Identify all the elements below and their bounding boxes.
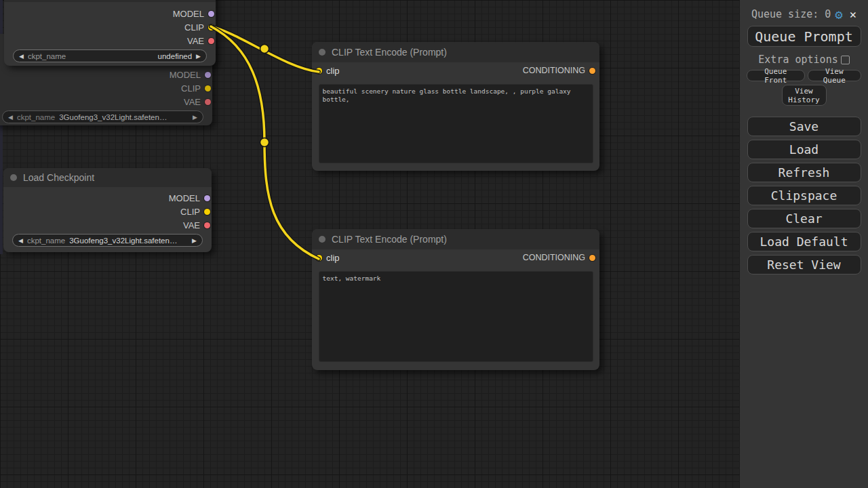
node-titlebar[interactable]: CLIP Text Encode (Prompt) [312,229,599,249]
node-titlebar[interactable]: CLIP Text Encode (Prompt) [312,42,599,62]
output-slot-model[interactable]: MODEL [4,7,216,20]
clip-output-dot[interactable] [204,209,210,215]
clip-wire-to-negative [211,26,319,259]
output-slot-model[interactable]: MODEL [0,68,212,81]
output-slot-conditioning[interactable]: CONDITIONING [523,253,595,262]
slot-label: CONDITIONING [523,66,585,75]
refresh-button[interactable]: Refresh [747,163,861,182]
widget-value: undefined [70,52,192,60]
output-slot-clip[interactable]: CLIP [4,20,216,34]
output-slot-vae[interactable]: VAE [0,95,212,108]
vae-output-dot[interactable] [204,222,210,228]
clear-button[interactable]: Clear [747,209,861,228]
clip-text-encode-node-positive[interactable]: CLIP Text Encode (Prompt) clip CONDITION… [312,42,599,171]
settings-gear-icon[interactable]: ⚙ [835,8,842,21]
node-graph-canvas[interactable]: MODEL CLIP VAE ◀ ckpt_name 3Guofeng3_v32… [0,0,740,488]
slot-label: clip [326,66,340,76]
collapse-dot[interactable] [319,236,326,243]
clip-text-encode-node-negative[interactable]: CLIP Text Encode (Prompt) clip CONDITION… [312,229,599,370]
input-slot-clip[interactable]: clip [316,253,340,263]
conditioning-output-dot[interactable] [589,68,595,74]
load-button[interactable]: Load [747,140,861,159]
slot-label: MODEL [170,70,201,80]
collapse-dot[interactable] [10,174,17,181]
collapse-dot[interactable] [319,49,326,56]
link-midpoint-dot[interactable] [260,45,269,54]
ckpt-name-widget[interactable]: ◀ ckpt_name 3Guofeng3_v32Light.safeten… … [2,110,203,123]
widget-value: 3Guofeng3_v32Light.safeten… [69,237,188,245]
slot-label: CLIP [184,22,204,33]
output-slot-clip[interactable]: CLIP [0,81,212,95]
prompt-textarea[interactable]: text, watermark [319,271,593,362]
slot-label: VAE [183,220,200,230]
slot-label: VAE [184,97,201,107]
slot-label: MODEL [173,9,204,19]
clip-output-dot[interactable] [205,85,211,92]
slot-label: clip [326,253,340,263]
slot-label: VAE [187,36,204,46]
widget-name: ckpt_name [27,237,65,245]
clip-input-dot[interactable] [316,68,322,74]
model-output-dot[interactable] [205,72,211,78]
close-icon[interactable]: ✕ [850,9,856,20]
clip-output-dot[interactable] [208,24,214,30]
vae-output-dot[interactable] [208,38,214,44]
view-history-button[interactable]: View History [782,85,827,106]
prompt-textarea[interactable]: beautiful scenery nature glass bottle la… [319,84,593,163]
increment-arrow-icon[interactable]: ▶ [193,114,197,121]
output-slot-conditioning[interactable]: CONDITIONING [523,66,595,75]
extra-options-checkbox[interactable] [841,56,850,64]
decrement-arrow-icon[interactable]: ◀ [8,114,13,121]
link-midpoint-dot[interactable] [260,138,269,147]
decrement-arrow-icon[interactable]: ◀ [18,237,23,244]
model-output-dot[interactable] [204,195,210,201]
comfy-menu: Queue size: 0 ⚙ ✕ Queue Prompt Extra opt… [740,0,868,488]
queue-front-button[interactable]: Queue Front [747,70,805,81]
widget-name: ckpt_name [17,113,55,121]
node-title: CLIP Text Encode (Prompt) [332,47,447,58]
output-slot-vae[interactable]: VAE [4,34,216,47]
widget-value: 3Guofeng3_v32Light.safeten… [59,113,189,121]
node-title: Load Checkpoint [23,172,94,183]
load-checkpoint-node-1[interactable]: MODEL CLIP VAE ◀ ckpt_name undefined ▶ [4,0,216,66]
slot-label: CLIP [181,83,201,94]
view-queue-button[interactable]: View Queue [808,70,861,81]
output-slot-clip[interactable]: CLIP [3,205,212,218]
load-default-button[interactable]: Load Default [747,232,861,251]
decrement-arrow-icon[interactable]: ◀ [19,53,24,60]
slot-label: MODEL [169,193,200,203]
queue-size-label: Queue size: 0 [751,8,831,20]
slot-label: CLIP [180,207,200,217]
load-checkpoint-node-3[interactable]: Load Checkpoint MODEL CLIP VAE ◀ ckpt_na [3,168,212,252]
vae-output-dot[interactable] [205,99,211,105]
increment-arrow-icon[interactable]: ▶ [192,237,197,244]
increment-arrow-icon[interactable]: ▶ [196,53,201,60]
ckpt-name-widget[interactable]: ◀ ckpt_name 3Guofeng3_v32Light.safeten… … [12,234,203,247]
queue-prompt-button[interactable]: Queue Prompt [747,26,861,47]
extra-options-label: Extra options [758,54,837,66]
conditioning-output-dot[interactable] [589,255,595,261]
clip-input-dot[interactable] [316,255,322,261]
output-slot-vae[interactable]: VAE [3,218,212,232]
node-title: CLIP Text Encode (Prompt) [332,234,447,245]
slot-label: CONDITIONING [523,253,585,262]
input-slot-clip[interactable]: clip [316,66,340,76]
clipspace-button[interactable]: Clipspace [747,186,861,205]
clip-wire-to-positive [211,26,319,72]
output-slot-model[interactable]: MODEL [3,191,212,205]
comfyui-app: MODEL CLIP VAE ◀ ckpt_name 3Guofeng3_v32… [0,0,868,488]
save-button[interactable]: Save [747,117,861,136]
node-titlebar[interactable]: Load Checkpoint [3,168,212,187]
model-output-dot[interactable] [208,11,214,17]
widget-name: ckpt_name [28,52,66,60]
reset-view-button[interactable]: Reset View [747,255,861,274]
ckpt-name-widget[interactable]: ◀ ckpt_name undefined ▶ [13,49,207,62]
